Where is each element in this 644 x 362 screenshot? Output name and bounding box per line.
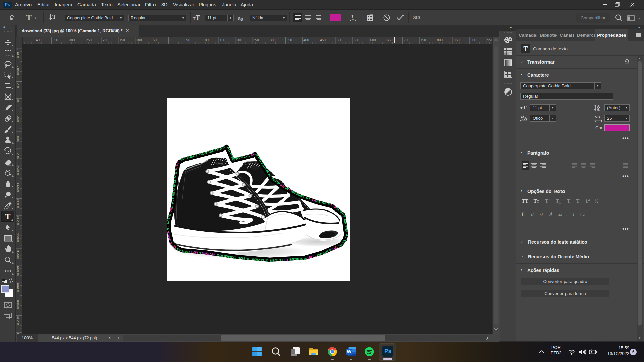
svg-text:50: 50 [153,38,157,42]
svg-text:T: T [351,14,354,19]
svg-text:900: 900 [471,38,476,42]
svg-text:W: W [347,349,352,354]
svg-text:0: 0 [170,38,172,42]
svg-text:850: 850 [454,38,460,42]
svg-text:0: 0 [17,55,19,59]
svg-text:300: 300 [69,38,75,42]
svg-text:800: 800 [437,38,443,42]
svg-text:300: 300 [270,38,276,42]
svg-text:0: 0 [17,172,19,176]
svg-text:400: 400 [303,38,309,42]
svg-text:0: 0 [17,306,19,310]
svg-text:0: 0 [17,256,19,259]
svg-text:0: 0 [17,72,19,76]
svg-text:A: A [524,116,527,121]
svg-text:0: 0 [17,322,19,326]
svg-text:200: 200 [236,38,242,42]
svg-text:650: 650 [387,38,393,42]
svg-text:100: 100 [136,38,142,42]
svg-text:350: 350 [287,38,292,42]
svg-text:350: 350 [53,38,58,42]
svg-text:V: V [520,115,524,120]
svg-text:750: 750 [420,38,426,42]
svg-text:T: T [52,14,56,20]
svg-text:100: 100 [203,38,209,42]
svg-text:550: 550 [354,38,359,42]
svg-text:0: 0 [17,99,19,103]
svg-text:0: 0 [17,119,19,123]
svg-text:0: 0 [17,189,19,193]
svg-text:450: 450 [320,38,326,42]
svg-text:0: 0 [17,85,19,89]
svg-text:500: 500 [337,38,342,42]
svg-text:250: 250 [86,38,92,42]
svg-text:50: 50 [186,38,190,42]
svg-text:0: 0 [17,273,19,276]
svg-text:600: 600 [370,38,376,42]
svg-text:200: 200 [103,38,108,42]
svg-text:700: 700 [404,38,409,42]
svg-text:0: 0 [17,205,19,209]
svg-text:A: A [597,107,600,111]
svg-text:400: 400 [36,38,42,42]
svg-text:VA: VA [595,114,601,119]
svg-text:0: 0 [17,289,19,293]
svg-text:150: 150 [220,38,225,42]
svg-text:0: 0 [17,139,19,142]
svg-text:0: 0 [17,239,19,243]
svg-text:250: 250 [253,38,259,42]
svg-text:0: 0 [17,222,19,226]
svg-text:0: 0 [17,156,19,159]
svg-text:150: 150 [119,38,125,42]
